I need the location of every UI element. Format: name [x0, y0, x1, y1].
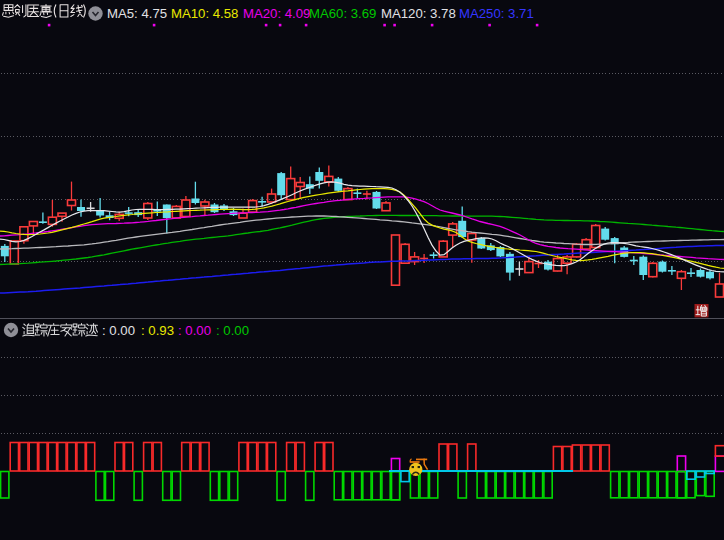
svg-text:: 0.00: : 0.00	[216, 323, 249, 338]
svg-text:: 0.00: : 0.00	[102, 323, 135, 338]
svg-text:: 0.00: : 0.00	[178, 323, 211, 338]
svg-text:MA60: 3.69: MA60: 3.69	[309, 6, 376, 21]
svg-text:MA20: 4.09: MA20: 4.09	[243, 6, 310, 21]
svg-text:MA250: 3.71: MA250: 3.71	[459, 6, 534, 21]
svg-text:MA5: 4.75: MA5: 4.75	[107, 6, 167, 21]
svg-text:MA10: 4.58: MA10: 4.58	[171, 6, 238, 21]
svg-text:MA120: 3.78: MA120: 3.78	[381, 6, 456, 21]
svg-text:: 0.93: : 0.93	[141, 323, 174, 338]
